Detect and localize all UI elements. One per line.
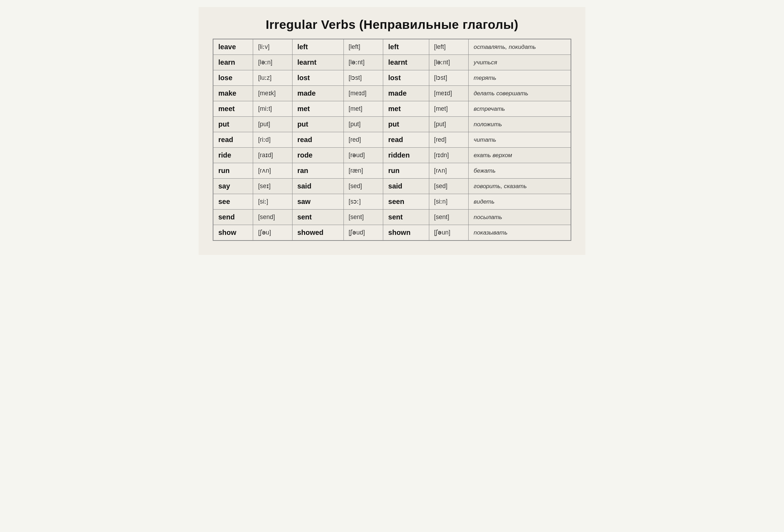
table-row: see[siː]saw[sɔː]seen[siːn]видеть: [213, 194, 571, 210]
translation: показывать: [469, 225, 571, 241]
past-simple-phonetic: [rəud]: [343, 148, 383, 163]
past-simple-phonetic: [ləːnt]: [343, 55, 383, 70]
past-participle-phonetic: [sed]: [429, 179, 469, 194]
base-phonetic: [put]: [253, 117, 292, 132]
past-participle-phonetic: [ləːnt]: [429, 55, 469, 70]
past-participle-phonetic: [put]: [429, 117, 469, 132]
table-row: show[ʃəu]showed[ʃəud]shown[ʃəun]показыва…: [213, 225, 571, 241]
past-participle: made: [383, 86, 429, 101]
translation: видеть: [469, 194, 571, 210]
translation: встречать: [469, 101, 571, 117]
base-form: make: [213, 86, 253, 101]
past-simple: learnt: [292, 55, 343, 70]
past-participle-phonetic: [left]: [429, 39, 469, 55]
table-row: meet[miːt]met[met]met[met]встречать: [213, 101, 571, 117]
past-participle: left: [383, 39, 429, 55]
base-form: put: [213, 117, 253, 132]
base-phonetic: [luːz]: [253, 70, 292, 86]
base-phonetic: [seɪ]: [253, 179, 292, 194]
translation: читать: [469, 132, 571, 148]
past-simple-phonetic: [ræn]: [343, 163, 383, 179]
past-participle-phonetic: [red]: [429, 132, 469, 148]
base-phonetic: [send]: [253, 210, 292, 225]
past-simple-phonetic: [put]: [343, 117, 383, 132]
base-form: meet: [213, 101, 253, 117]
past-simple: left: [292, 39, 343, 55]
past-participle: seen: [383, 194, 429, 210]
translation: положить: [469, 117, 571, 132]
translation: терять: [469, 70, 571, 86]
page-container: Irregular Verbs (Неправильные глаголы) l…: [199, 7, 585, 255]
past-participle: ridden: [383, 148, 429, 163]
past-participle-phonetic: [rɪdn]: [429, 148, 469, 163]
past-simple-phonetic: [sed]: [343, 179, 383, 194]
past-simple: put: [292, 117, 343, 132]
past-simple: rode: [292, 148, 343, 163]
base-phonetic: [ləːn]: [253, 55, 292, 70]
base-form: show: [213, 225, 253, 241]
past-simple-phonetic: [ʃəud]: [343, 225, 383, 241]
past-participle-phonetic: [siːn]: [429, 194, 469, 210]
past-participle-phonetic: [met]: [429, 101, 469, 117]
base-form: ride: [213, 148, 253, 163]
past-participle-phonetic: [rʌn]: [429, 163, 469, 179]
table-row: put[put]put[put]put[put]положить: [213, 117, 571, 132]
table-row: leave[liːv]left[left]left[left]оставлять…: [213, 39, 571, 55]
base-form: read: [213, 132, 253, 148]
past-simple: made: [292, 86, 343, 101]
base-form: lose: [213, 70, 253, 86]
past-participle: sent: [383, 210, 429, 225]
base-phonetic: [ʃəu]: [253, 225, 292, 241]
past-participle: learnt: [383, 55, 429, 70]
past-simple: said: [292, 179, 343, 194]
base-form: learn: [213, 55, 253, 70]
page-title: Irregular Verbs (Неправильные глаголы): [213, 18, 571, 32]
table-row: lose[luːz]lost[lɔst]lost[lɔst]терять: [213, 70, 571, 86]
translation: делать совершать: [469, 86, 571, 101]
verbs-table: leave[liːv]left[left]left[left]оставлять…: [213, 39, 571, 241]
past-simple-phonetic: [left]: [343, 39, 383, 55]
table-row: run[rʌn]ran[ræn]run[rʌn]бежать: [213, 163, 571, 179]
past-participle: lost: [383, 70, 429, 86]
table-row: make[meɪk]made[meɪd]made[meɪd]делать сов…: [213, 86, 571, 101]
past-participle-phonetic: [sent]: [429, 210, 469, 225]
base-form: say: [213, 179, 253, 194]
base-phonetic: [rʌn]: [253, 163, 292, 179]
past-simple-phonetic: [sent]: [343, 210, 383, 225]
past-simple-phonetic: [lɔst]: [343, 70, 383, 86]
table-row: ride[raɪd]rode[rəud]ridden[rɪdn]ехать ве…: [213, 148, 571, 163]
base-phonetic: [raɪd]: [253, 148, 292, 163]
past-participle: put: [383, 117, 429, 132]
past-simple: read: [292, 132, 343, 148]
table-row: learn[ləːn]learnt[ləːnt]learnt[ləːnt]учи…: [213, 55, 571, 70]
base-phonetic: [meɪk]: [253, 86, 292, 101]
base-form: leave: [213, 39, 253, 55]
translation: ехать верхом: [469, 148, 571, 163]
past-simple-phonetic: [sɔː]: [343, 194, 383, 210]
past-simple: met: [292, 101, 343, 117]
past-participle: run: [383, 163, 429, 179]
past-participle: read: [383, 132, 429, 148]
past-simple-phonetic: [met]: [343, 101, 383, 117]
base-phonetic: [miːt]: [253, 101, 292, 117]
translation: оставлять, покидать: [469, 39, 571, 55]
past-participle: met: [383, 101, 429, 117]
base-form: see: [213, 194, 253, 210]
translation: говорить, сказать: [469, 179, 571, 194]
base-form: send: [213, 210, 253, 225]
past-participle-phonetic: [lɔst]: [429, 70, 469, 86]
past-simple: saw: [292, 194, 343, 210]
table-row: send[send]sent[sent]sent[sent]посылать: [213, 210, 571, 225]
base-phonetic: [siː]: [253, 194, 292, 210]
translation: бежать: [469, 163, 571, 179]
translation: посылать: [469, 210, 571, 225]
base-phonetic: [riːd]: [253, 132, 292, 148]
past-simple: ran: [292, 163, 343, 179]
past-simple: showed: [292, 225, 343, 241]
past-simple-phonetic: [red]: [343, 132, 383, 148]
past-participle-phonetic: [meɪd]: [429, 86, 469, 101]
table-row: read[riːd]read[red]read[red]читать: [213, 132, 571, 148]
base-phonetic: [liːv]: [253, 39, 292, 55]
past-participle-phonetic: [ʃəun]: [429, 225, 469, 241]
past-participle: said: [383, 179, 429, 194]
